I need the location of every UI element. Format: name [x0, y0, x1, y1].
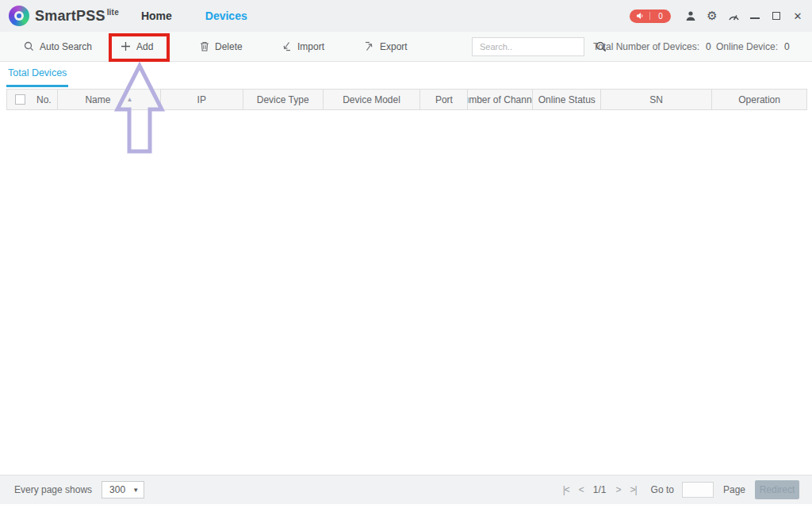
device-table-header: No. Name ▲ IP Device Type Device Model P… [6, 89, 807, 110]
online-devices-value: 0 [784, 41, 790, 52]
main-nav: Home Devices [141, 10, 247, 22]
page-indicator: 1/1 [588, 484, 611, 495]
page-size-label: Every page shows [14, 484, 92, 495]
goto-page-input[interactable] [682, 482, 714, 498]
column-online-status[interactable]: Online Status [533, 90, 601, 109]
search-icon [24, 41, 34, 52]
select-all-checkbox[interactable] [15, 94, 25, 105]
alarm-indicator[interactable]: 0 [630, 10, 671, 23]
user-icon[interactable] [684, 10, 697, 22]
column-device-type[interactable]: Device Type [243, 90, 324, 109]
title-bar: SmartPSSlite Home Devices 0 ⚙ ✕ [0, 0, 812, 32]
close-button[interactable]: ✕ [791, 10, 804, 22]
nav-tab-devices[interactable]: Devices [205, 10, 247, 22]
redirect-button[interactable]: Redirect [755, 480, 799, 499]
app-title: SmartPSSlite [35, 8, 119, 25]
delete-button[interactable]: Delete [200, 32, 243, 61]
sort-asc-icon[interactable]: ▲ [126, 96, 132, 103]
column-device-model[interactable]: Device Model [324, 90, 421, 109]
goto-label: Go to [651, 484, 674, 495]
online-devices-stat: Online Device:0 [716, 32, 790, 61]
alarm-count: 0 [650, 12, 671, 21]
page-size-select[interactable]: 300 ▼ [102, 481, 144, 498]
trash-icon [200, 41, 209, 52]
first-page-button[interactable]: |< [558, 484, 574, 495]
app-title-suffix: lite [107, 8, 119, 17]
nav-tab-home[interactable]: Home [141, 10, 172, 22]
minimize-button[interactable] [749, 10, 761, 22]
pagination-bar: Every page shows 300 ▼ |< < 1/1 > >| Go … [0, 475, 812, 504]
gear-icon[interactable]: ⚙ [706, 10, 718, 22]
maximize-button[interactable] [770, 10, 783, 22]
tab-total-devices[interactable]: Total Devices [8, 67, 67, 78]
device-toolbar: Auto Search Add Delete Import Export Tot… [0, 32, 812, 62]
column-no[interactable]: No. [7, 90, 58, 109]
speaker-icon [630, 12, 650, 20]
column-number-of-channels[interactable]: Number of Channels [468, 90, 533, 109]
auto-search-button[interactable]: Auto Search [24, 32, 92, 61]
search-input[interactable] [473, 42, 596, 52]
page-size-value: 300 [102, 484, 132, 495]
app-logo-icon [9, 6, 29, 26]
import-button[interactable]: Import [282, 32, 324, 61]
last-page-button[interactable]: >| [625, 484, 641, 495]
gauge-icon[interactable] [727, 10, 740, 22]
column-sn[interactable]: SN [601, 90, 712, 109]
active-tab-underline [6, 85, 68, 87]
device-table-body [6, 110, 807, 475]
column-name[interactable]: Name ▲ [58, 90, 161, 109]
prev-page-button[interactable]: < [574, 484, 588, 495]
column-operation[interactable]: Operation [712, 90, 806, 109]
column-port[interactable]: Port [420, 90, 468, 109]
total-devices-stat: Total Number of Devices:0 [593, 32, 711, 61]
export-button[interactable]: Export [364, 32, 408, 61]
device-tabs: Total Devices [0, 62, 812, 88]
page-word-label: Page [723, 484, 745, 495]
device-search-box [472, 37, 584, 56]
next-page-button[interactable]: > [611, 484, 625, 495]
export-arrow-icon [364, 41, 374, 52]
import-arrow-icon [282, 41, 292, 52]
total-devices-value: 0 [706, 41, 711, 52]
add-button[interactable]: Add [121, 32, 153, 61]
column-ip[interactable]: IP [161, 90, 243, 109]
plus-icon [121, 41, 131, 52]
chevron-down-icon: ▼ [132, 487, 144, 494]
